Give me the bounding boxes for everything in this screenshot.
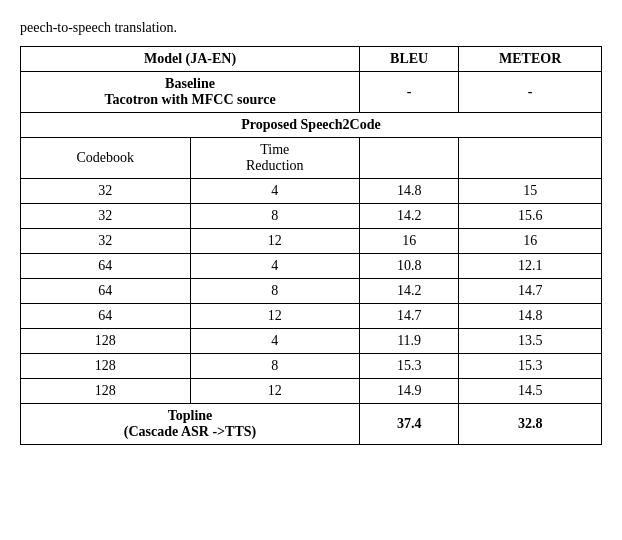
bleu-val: 15.3 <box>360 354 459 379</box>
time-reduction-line2: Reduction <box>246 158 304 173</box>
codebook-val: 128 <box>21 379 191 404</box>
time-val: 4 <box>190 254 359 279</box>
baseline-bleu: - <box>360 72 459 113</box>
table-row: 64 12 14.7 14.8 <box>21 304 602 329</box>
proposed-header-label: Proposed Speech2Code <box>21 113 602 138</box>
meteor-val: 15 <box>459 179 602 204</box>
codebook-val: 64 <box>21 304 191 329</box>
topline-bleu: 37.4 <box>360 404 459 445</box>
table-header-row: Model (JA-EN) BLEU METEOR <box>21 47 602 72</box>
meteor-subheader-empty <box>459 138 602 179</box>
model-column-header: Model (JA-EN) <box>21 47 360 72</box>
meteor-val: 12.1 <box>459 254 602 279</box>
topline-line2: (Cascade ASR ->TTS) <box>124 424 256 439</box>
time-val: 12 <box>190 229 359 254</box>
bleu-val: 10.8 <box>360 254 459 279</box>
bleu-val: 14.2 <box>360 204 459 229</box>
subheader-row: Codebook Time Reduction <box>21 138 602 179</box>
codebook-val: 32 <box>21 204 191 229</box>
table-row: 64 4 10.8 12.1 <box>21 254 602 279</box>
baseline-row: Baseline Tacotron with MFCC source - - <box>21 72 602 113</box>
proposed-header-row: Proposed Speech2Code <box>21 113 602 138</box>
bleu-val: 16 <box>360 229 459 254</box>
table-row: 128 12 14.9 14.5 <box>21 379 602 404</box>
table-row: 64 8 14.2 14.7 <box>21 279 602 304</box>
bleu-column-header: BLEU <box>360 47 459 72</box>
codebook-val: 64 <box>21 254 191 279</box>
results-table: Model (JA-EN) BLEU METEOR Baseline Tacot… <box>20 46 602 445</box>
meteor-val: 16 <box>459 229 602 254</box>
meteor-val: 14.7 <box>459 279 602 304</box>
bleu-subheader-empty <box>360 138 459 179</box>
baseline-line1: Baseline <box>165 76 215 91</box>
bleu-val: 14.7 <box>360 304 459 329</box>
topline-label: Topline (Cascade ASR ->TTS) <box>21 404 360 445</box>
codebook-val: 128 <box>21 329 191 354</box>
time-reduction-line1: Time <box>260 142 289 157</box>
codebook-val: 128 <box>21 354 191 379</box>
table-row: 128 4 11.9 13.5 <box>21 329 602 354</box>
meteor-val: 15.3 <box>459 354 602 379</box>
topline-line1: Topline <box>168 408 213 423</box>
meteor-val: 14.8 <box>459 304 602 329</box>
time-reduction-subheader: Time Reduction <box>190 138 359 179</box>
table-row: 128 8 15.3 15.3 <box>21 354 602 379</box>
baseline-label: Baseline Tacotron with MFCC source <box>21 72 360 113</box>
meteor-val: 15.6 <box>459 204 602 229</box>
table-row: 32 4 14.8 15 <box>21 179 602 204</box>
time-val: 4 <box>190 179 359 204</box>
time-val: 8 <box>190 354 359 379</box>
bleu-val: 11.9 <box>360 329 459 354</box>
topline-row: Topline (Cascade ASR ->TTS) 37.4 32.8 <box>21 404 602 445</box>
bleu-val: 14.9 <box>360 379 459 404</box>
meteor-column-header: METEOR <box>459 47 602 72</box>
bleu-val: 14.8 <box>360 179 459 204</box>
table-row: 32 12 16 16 <box>21 229 602 254</box>
time-val: 12 <box>190 304 359 329</box>
time-val: 4 <box>190 329 359 354</box>
baseline-meteor: - <box>459 72 602 113</box>
time-val: 8 <box>190 279 359 304</box>
time-val: 12 <box>190 379 359 404</box>
intro-text: peech-to-speech translation. <box>20 20 602 36</box>
codebook-val: 32 <box>21 179 191 204</box>
table-row: 32 8 14.2 15.6 <box>21 204 602 229</box>
meteor-val: 14.5 <box>459 379 602 404</box>
codebook-val: 64 <box>21 279 191 304</box>
codebook-val: 32 <box>21 229 191 254</box>
topline-meteor: 32.8 <box>459 404 602 445</box>
time-val: 8 <box>190 204 359 229</box>
bleu-val: 14.2 <box>360 279 459 304</box>
baseline-line2: Tacotron with MFCC source <box>104 92 275 107</box>
meteor-val: 13.5 <box>459 329 602 354</box>
codebook-subheader: Codebook <box>21 138 191 179</box>
